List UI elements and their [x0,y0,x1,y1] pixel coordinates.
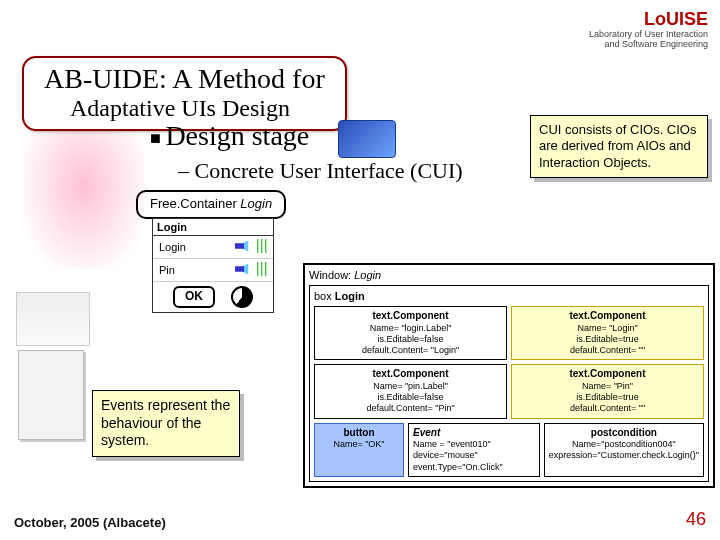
free-container-box: Free.Container Login [136,190,286,219]
slide-title-line1: AB-UIDE: A Method for [44,64,325,95]
logo-tagline-1: Laboratory of User Interaction [589,29,708,39]
speaker-icon [235,239,257,253]
sound-waves-icon [257,239,267,253]
tc-prop: Name= "Login" [516,323,699,334]
event-prop: Name = "event010" [413,439,535,450]
tc-prop: default.Content= "Login" [319,345,502,356]
slide-title-line2: Adaptative UIs Design [70,95,325,121]
postcondition-spec: postcondition Name="postcondition004" ex… [544,423,704,477]
login-row: Login [153,236,273,259]
free-container-label: Free.Container [150,196,237,211]
page-number: 46 [686,509,706,530]
diagram-thumbnail [16,292,90,346]
tc-login: text.Component Name= "Login" is.Editable… [511,306,704,360]
tc-title: text.Component [319,368,502,381]
pin-row: Pin [153,259,273,282]
window-name: Login [354,269,381,281]
tc-prop: default.Content= "Pin" [319,403,502,414]
callout-events: Events represent the behaviour of the sy… [92,390,240,457]
tc-title: text.Component [516,368,699,381]
event-title: Event [413,427,535,440]
tc-prop: default.Content= "" [516,403,699,414]
tc-title: text.Component [319,310,502,323]
tc-prop: is.Editable=true [516,334,699,345]
login-row-label: Login [159,241,186,253]
box-label: box [314,290,332,302]
event-prop: event.Type="On.Click" [413,462,535,473]
box-login: box Login text.Component Name= "login.La… [309,285,709,482]
event-prop: device="mouse" [413,450,535,461]
sound-waves-icon [257,262,267,276]
postcondition-prop: expression="Customer.check.Login()" [549,450,699,461]
event-spec: Event Name = "event010" device="mouse" e… [408,423,540,477]
postcondition-title: postcondition [549,427,699,440]
bullet-cui: – Concrete User Interface (CUI) [178,158,463,184]
tc-pin-label: text.Component Name= "pin.Label" is.Edit… [314,364,507,418]
tc-prop: Name= "Pin" [516,381,699,392]
tc-prop: Name= "pin.Label" [319,381,502,392]
credit-card-icon [338,120,396,158]
logo-tagline-2: and Software Engineering [604,39,708,49]
login-widget-header: Login [153,219,273,236]
bullet-design-stage: Design stage [150,120,309,152]
pin-row-label: Pin [159,264,175,276]
tc-prop: default.Content= "" [516,345,699,356]
button-spec: button Name= "OK" [314,423,404,477]
clock-icon [231,286,253,308]
tc-prop: Name= "login.Label" [319,323,502,334]
button-title: button [319,427,399,440]
tc-pin: text.Component Name= "Pin" is.Editable=t… [511,364,704,418]
lab-logo: LoUISE Laboratory of User Interaction an… [589,10,708,50]
button-prop: Name= "OK" [319,439,399,450]
tc-title: text.Component [516,310,699,323]
callout-cui: CUI consists of CIOs. CIOs are derived f… [530,115,708,178]
footer-date-location: October, 2005 (Albacete) [14,515,166,530]
tc-prop: is.Editable=false [319,334,502,345]
free-container-value: Login [240,196,272,211]
logo-text: LoUISE [644,9,708,29]
tc-login-label: text.Component Name= "login.Label" is.Ed… [314,306,507,360]
postcondition-prop: Name="postcondition004" [549,439,699,450]
tc-prop: is.Editable=true [516,392,699,403]
ok-button[interactable]: OK [173,286,215,308]
login-dialog-thumbnail [18,350,84,440]
speaker-icon [235,262,257,276]
window-login: Window: Login box Login text.Component N… [303,263,715,488]
box-name: Login [335,290,365,302]
login-widget: Login Login Pin OK [152,218,274,313]
tc-prop: is.Editable=false [319,392,502,403]
window-label: Window: [309,269,351,281]
